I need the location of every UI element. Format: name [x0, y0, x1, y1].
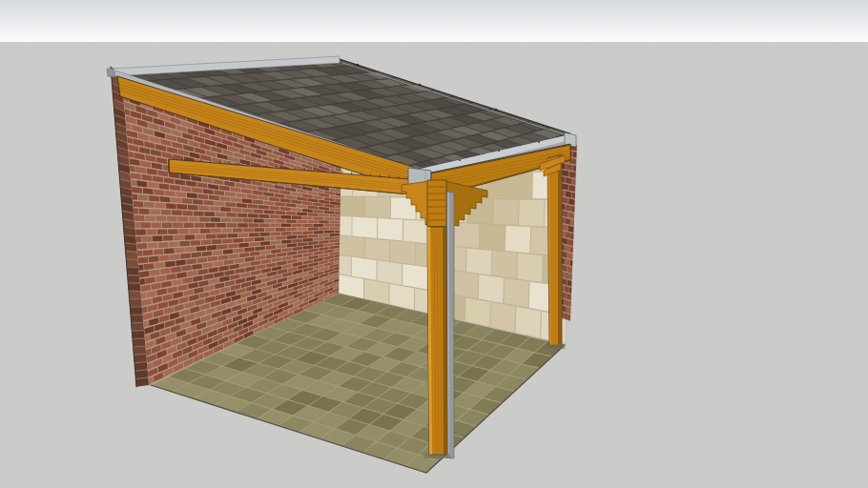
front-post-shadow	[424, 454, 451, 458]
model-viewport[interactable]	[0, 0, 868, 488]
3d-model-canvas[interactable]	[0, 0, 868, 488]
rear-post-shadow	[544, 344, 566, 349]
ridge-end-cap	[107, 69, 114, 77]
rear-post-dark-side	[558, 154, 562, 346]
sky	[0, 0, 868, 44]
